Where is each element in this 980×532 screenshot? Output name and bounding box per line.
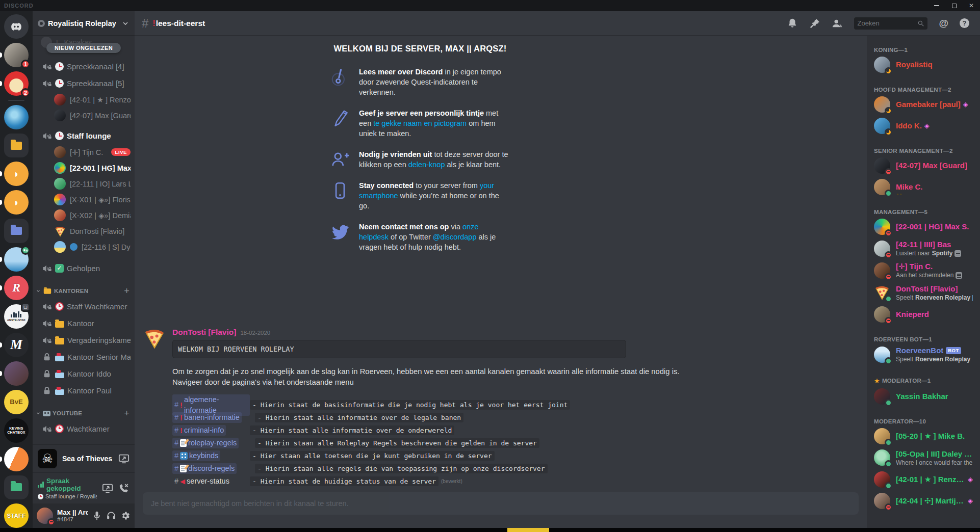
channel-mention-roleplay-regels[interactable]: #roleplay-regels xyxy=(172,438,239,448)
member-mike-b[interactable]: [05-20 | ★ ] Mike B. xyxy=(871,425,976,447)
headset-icon[interactable] xyxy=(106,511,116,521)
settings-gear-icon[interactable] xyxy=(120,511,131,521)
member-knieperd[interactable]: Knieperd xyxy=(871,304,976,325)
lock-icon xyxy=(42,352,52,362)
channel-mention-criminal-info[interactable]: #!criminal-info xyxy=(172,425,226,436)
new-unread-pill[interactable]: NIEUW ONGELEZEN xyxy=(46,43,121,53)
voice-user-renzo[interactable]: [42-01 | ★ ] Renzo O. xyxy=(33,92,135,108)
voice-channel-vergaderingskamer[interactable]: Vergaderingskamer xyxy=(33,332,135,349)
channel-mention-discord-regels[interactable]: #discord-regels xyxy=(172,463,237,474)
server-icon-kevins-chatbox[interactable]: KEVINSCHATBOX xyxy=(4,418,29,443)
server-header[interactable]: Royalistiq Roleplay [R... xyxy=(33,11,135,36)
search-box[interactable] xyxy=(854,17,927,30)
server-folder-blue[interactable] xyxy=(4,219,29,243)
disconnect-call-icon[interactable] xyxy=(118,483,130,494)
member-max-s[interactable]: [22-001 | HG] Max S. xyxy=(871,216,976,237)
server-icon-staff[interactable]: STAFF xyxy=(4,503,29,528)
locked-channel-kantoor-paul[interactable]: Kantoor Paul xyxy=(33,382,135,399)
member-tijn[interactable]: [✛] Tijn C. Aan het schermdelen xyxy=(871,259,976,281)
discord-logo-icon xyxy=(9,19,24,34)
message-scroll-area[interactable]: WELKOM BIJ DE SERVER, MAX || ARQSZ! Lees… xyxy=(135,36,867,492)
server-icon-globe[interactable] xyxy=(4,105,29,129)
member-martijn[interactable]: [42-04 | ✣] Martijn...◈ xyxy=(871,490,976,512)
voice-user-floris[interactable]: [X-X01 | ◈»] Floris L. xyxy=(33,192,135,207)
voice-user-dontosti[interactable]: DonTosti [Flavio] xyxy=(33,223,135,239)
member-list-toggle-icon[interactable] xyxy=(832,18,843,29)
invite-link[interactable]: delen-knop xyxy=(408,161,445,169)
voice-channel-staff-lounge[interactable]: Staff lounge xyxy=(33,127,135,144)
channel-mention-keybinds[interactable]: #keybinds xyxy=(172,450,220,461)
quest-indicator-icon xyxy=(330,67,350,87)
member-gamebaker[interactable]: Gamebaker [paul]◈ xyxy=(871,94,976,115)
member-dontosti[interactable]: DonTosti [Flavio] Speelt Roerveen Rolepl… xyxy=(871,282,976,304)
menu-line: #◀server-status - Hierin staat de huidig… xyxy=(172,476,789,487)
author-pizza-avatar[interactable] xyxy=(144,328,165,349)
taskbar-sliver xyxy=(0,528,980,532)
message-input xyxy=(151,499,850,508)
stream-game-icon[interactable] xyxy=(118,453,130,464)
voice-channel-path[interactable]: Staff lounge / Royalistiq R... xyxy=(45,493,97,499)
maximize-button[interactable] xyxy=(945,0,963,11)
home-button[interactable] xyxy=(4,14,29,39)
voice-user-max-guard[interactable]: [42-07] Max [Guard] xyxy=(33,108,135,123)
notifications-bell-icon[interactable] xyxy=(787,18,798,29)
member-max-guard[interactable]: [42-07] Max [Guard] xyxy=(871,155,976,176)
create-channel-button[interactable]: + xyxy=(124,408,130,419)
help-icon[interactable]: ? xyxy=(960,18,969,28)
category-kantoren[interactable]: KANTOREN + xyxy=(33,284,135,298)
channel-list[interactable]: L. Kapakas NIEUW ONGELEZEN Spreekkanaal … xyxy=(33,36,135,444)
member-list[interactable]: KONING—1 Royalistiq HOOFD MANAGEMENT—2 G… xyxy=(867,36,980,528)
member-royalistiq[interactable]: Royalistiq xyxy=(871,54,976,75)
voice-channel-geholpen[interactable]: Geholpen xyxy=(33,260,135,277)
voice-user-demian[interactable]: [X-X02 | ◈»] Demian V. xyxy=(33,207,135,223)
server-icon-orange[interactable] xyxy=(4,447,29,471)
server-icon-2[interactable]: 2 xyxy=(4,71,29,96)
voice-user-lars[interactable]: [22-111 | IO] Lars Lel. xyxy=(33,176,135,192)
locked-channel-kantoor-iddo[interactable]: Kantoor Iddo xyxy=(33,365,135,382)
locked-channel-kantoor-senior[interactable]: Kantoor Senior Mana... xyxy=(33,349,135,365)
titlebar: DISCORD ✕ xyxy=(0,0,980,11)
server-settings-link[interactable]: te gekke naam en pictogram xyxy=(373,119,467,127)
screen-share-icon[interactable] xyxy=(102,483,113,494)
member-renzo[interactable]: [42-01 | ★ ] Renzo ...◈ xyxy=(871,469,976,490)
mentions-inbox-icon[interactable]: @ xyxy=(939,18,948,29)
role-header-star-moderator: ★MODERATOR—1 xyxy=(874,377,973,385)
server-icon-amstelstad[interactable]: AMSTELSTAD▢ xyxy=(4,304,29,329)
voice-user-tijn[interactable]: [✛] Tijn C.LIVE xyxy=(33,144,135,160)
member-mike-c[interactable]: Mike C. xyxy=(871,176,976,198)
create-channel-button[interactable]: + xyxy=(124,286,130,297)
message-author[interactable]: DonTosti [Flavio] xyxy=(172,328,236,337)
close-button[interactable]: ✕ xyxy=(963,0,980,11)
channel-mention-banen-informatie[interactable]: #!banen-informatie xyxy=(172,412,242,423)
server-icon-m[interactable]: M xyxy=(4,333,29,357)
search-input[interactable] xyxy=(857,19,917,27)
server-icon-royalistiq[interactable]: R xyxy=(4,276,29,300)
server-folder-yellow[interactable] xyxy=(4,134,29,157)
server-folder-green[interactable] xyxy=(4,475,29,499)
member-yassin[interactable]: Yassin Bakhar xyxy=(871,386,976,407)
twitter-link[interactable]: @discordapp xyxy=(433,233,477,241)
pinned-messages-icon[interactable] xyxy=(809,18,820,29)
member-daley[interactable]: [05-Opa | III] Daley D.... Where I once … xyxy=(871,447,976,469)
server-icon-bve[interactable]: BvE xyxy=(4,390,29,414)
voice-user-dylan[interactable]: [22-116 | S] Dylan R. ... xyxy=(33,239,135,255)
mic-icon[interactable] xyxy=(92,511,102,521)
voice-channel-staff-wachtkamer[interactable]: Staff Wachtkamer xyxy=(33,298,135,315)
server-icon-cheese-1[interactable]: ◗ xyxy=(4,162,29,186)
category-youtube[interactable]: YOUTUBE + xyxy=(33,406,135,420)
member-bas[interactable]: [42-11 | IIII] Bas Luistert naar Spotify xyxy=(871,237,976,259)
voice-channel-spreekkanaal-4[interactable]: Spreekkanaal [4] xyxy=(33,58,135,75)
member-iddo[interactable]: Iddo K.◈ xyxy=(871,115,976,137)
server-icon-city[interactable] xyxy=(4,247,29,272)
voice-channel-wachtkamer[interactable]: Wachtkamer xyxy=(33,420,135,437)
voice-channel-spreekkanaal-5[interactable]: Spreekkanaal [5] xyxy=(33,75,135,92)
voice-channel-kantoor[interactable]: Kantoor xyxy=(33,315,135,332)
server-icon-minecraft[interactable] xyxy=(4,361,29,386)
minimize-button[interactable] xyxy=(928,0,945,11)
user-avatar[interactable] xyxy=(37,508,53,524)
server-icon-cheese-2[interactable]: ◗ xyxy=(4,190,29,215)
voice-user-max-s[interactable]: [22-001 | HG] Max S. xyxy=(33,160,135,176)
server-icon-1[interactable]: 1 xyxy=(4,43,29,67)
clock-emoji-icon xyxy=(55,131,64,140)
member-roerveenbot[interactable]: RoerveenBotBOT Speelt Roerveen Roleplay xyxy=(871,343,976,365)
